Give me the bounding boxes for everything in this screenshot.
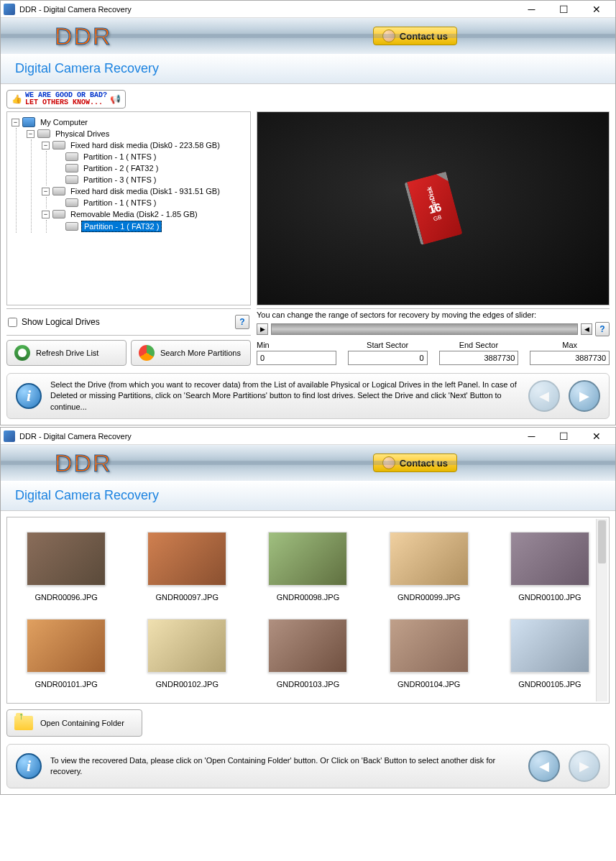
info-text: To view the recovered Data, please click… bbox=[50, 755, 520, 778]
window-title: DDR - Digital Camera Recovery bbox=[19, 5, 515, 14]
info-icon: i bbox=[16, 753, 42, 779]
thumbnail-image bbox=[147, 619, 226, 673]
maximize-button[interactable]: ☐ bbox=[548, 428, 580, 444]
help-button[interactable]: ? bbox=[235, 315, 249, 329]
drive-icon bbox=[65, 175, 78, 184]
start-sector-label: Start Sector bbox=[348, 341, 428, 349]
thumbnail-item[interactable]: GNDR00101.JPG bbox=[16, 619, 116, 689]
thumbnail-filename: GNDR00105.JPG bbox=[500, 680, 600, 689]
thumbnail-image bbox=[510, 532, 589, 586]
refresh-drive-list-button[interactable]: Refresh Drive List bbox=[6, 340, 127, 366]
thumbnail-filename: GNDR00100.JPG bbox=[500, 593, 600, 602]
next-button[interactable]: ▶ bbox=[569, 380, 600, 412]
show-logical-drives-checkbox[interactable] bbox=[8, 318, 17, 327]
feedback-line2: LET OTHERS KNOW... bbox=[25, 99, 107, 106]
logo: DDR bbox=[55, 449, 112, 477]
thumbnail-item[interactable]: GNDR00100.JPG bbox=[500, 532, 600, 602]
tree-disk1[interactable]: Fixed hard disk media (Disk1 - 931.51 GB… bbox=[68, 186, 222, 196]
min-value bbox=[257, 351, 336, 365]
next-button[interactable]: ▶ bbox=[569, 750, 600, 782]
thumbnails-panel: GNDR00096.JPGGNDR00097.JPGGNDR00098.JPGG… bbox=[6, 517, 610, 704]
tree-partition[interactable]: Partition - 1 ( NTFS ) bbox=[81, 152, 158, 162]
thumbnail-filename: GNDR00097.JPG bbox=[137, 593, 237, 602]
slider-right-handle[interactable]: ◀ bbox=[581, 323, 592, 335]
open-folder-label: Open Containing Folder bbox=[40, 719, 124, 727]
drive-icon bbox=[37, 129, 50, 138]
info-icon: i bbox=[16, 383, 42, 409]
thumbnail-item[interactable]: GNDR00102.JPG bbox=[137, 619, 237, 689]
search-more-partitions-button[interactable]: Search More Partitions bbox=[131, 340, 251, 366]
contact-label: Contact us bbox=[400, 31, 448, 42]
contact-us-button[interactable]: Contact us bbox=[373, 27, 457, 45]
drive-icon bbox=[65, 222, 78, 231]
thumbnail-image bbox=[268, 532, 347, 586]
thumbnail-image bbox=[268, 619, 347, 673]
tree-toggle[interactable]: − bbox=[27, 130, 35, 138]
end-sector-input[interactable] bbox=[439, 351, 519, 365]
sub-banner: Digital Camera Recovery bbox=[1, 54, 615, 84]
max-value bbox=[530, 351, 610, 365]
drive-icon bbox=[52, 210, 65, 218]
minimize-button[interactable]: ─ bbox=[515, 428, 548, 444]
thumbnail-image bbox=[27, 532, 106, 586]
thumbnail-item[interactable]: GNDR00098.JPG bbox=[257, 532, 358, 602]
drive-tree[interactable]: − My Computer − Physical Drives bbox=[6, 111, 251, 305]
minimize-button[interactable]: ─ bbox=[515, 1, 548, 17]
titlebar[interactable]: DDR - Digital Camera Recovery ─ ☐ ✕ bbox=[1, 428, 615, 445]
refresh-icon bbox=[14, 345, 30, 361]
slider-left-handle[interactable]: ▶ bbox=[257, 323, 268, 335]
back-button[interactable]: ◀ bbox=[528, 380, 560, 412]
refresh-label: Refresh Drive List bbox=[36, 349, 98, 357]
tree-partition[interactable]: Partition - 3 ( NTFS ) bbox=[81, 175, 158, 185]
thumbnail-image bbox=[147, 532, 226, 586]
thumbnail-item[interactable]: GNDR00105.JPG bbox=[500, 619, 600, 689]
tree-toggle[interactable]: − bbox=[12, 119, 19, 126]
app-icon bbox=[4, 430, 15, 442]
tree-partition[interactable]: Partition - 1 ( NTFS ) bbox=[81, 198, 158, 208]
scrollbar-thumb[interactable] bbox=[598, 520, 606, 563]
tree-disk2[interactable]: Removable Media (Disk2 - 1.85 GB) bbox=[68, 209, 200, 219]
subtitle: Digital Camera Recovery bbox=[15, 488, 159, 503]
megaphone-icon: 📢 bbox=[110, 94, 121, 104]
tree-toggle[interactable]: − bbox=[42, 142, 50, 149]
help-button[interactable]: ? bbox=[595, 322, 610, 336]
drive-icon bbox=[65, 164, 78, 172]
tree-my-computer[interactable]: My Computer bbox=[38, 117, 90, 127]
thumbnail-item[interactable]: GNDR00099.JPG bbox=[379, 532, 479, 602]
contact-us-button[interactable]: Contact us bbox=[373, 453, 457, 472]
scrollbar[interactable] bbox=[596, 519, 607, 701]
thumbnail-item[interactable]: GNDR00097.JPG bbox=[137, 532, 237, 602]
feedback-button[interactable]: 👍 WE ARE GOOD OR BAD? LET OTHERS KNOW...… bbox=[6, 90, 126, 109]
header-banner: DDR Contact us bbox=[1, 445, 615, 481]
window-title: DDR - Digital Camera Recovery bbox=[19, 432, 515, 441]
tree-partition-selected[interactable]: Partition - 1 ( FAT32 ) bbox=[81, 221, 162, 232]
tree-toggle[interactable]: − bbox=[42, 188, 50, 195]
thumbnail-image bbox=[390, 532, 469, 586]
sector-slider[interactable] bbox=[271, 323, 578, 335]
thumbnail-item[interactable]: GNDR00104.JPG bbox=[379, 619, 479, 689]
drive-icon bbox=[52, 141, 65, 149]
titlebar[interactable]: DDR - Digital Camera Recovery ─ ☐ ✕ bbox=[1, 1, 615, 18]
tree-partition[interactable]: Partition - 2 ( FAT32 ) bbox=[81, 163, 160, 173]
show-logical-drives-label: Show Logical Drives bbox=[22, 317, 100, 327]
drive-icon bbox=[65, 198, 78, 207]
thumbnail-item[interactable]: GNDR00103.JPG bbox=[257, 619, 358, 689]
sub-banner: Digital Camera Recovery bbox=[1, 481, 615, 511]
search-label: Search More Partitions bbox=[160, 349, 241, 357]
start-sector-input[interactable] bbox=[348, 351, 428, 365]
thumbnail-item[interactable]: GNDR00096.JPG bbox=[16, 532, 116, 602]
tree-physical-drives[interactable]: Physical Drives bbox=[53, 129, 111, 139]
close-button[interactable]: ✕ bbox=[580, 428, 612, 444]
drive-icon bbox=[52, 187, 65, 195]
person-icon bbox=[382, 456, 395, 469]
tree-toggle[interactable]: − bbox=[42, 211, 50, 218]
back-button[interactable]: ◀ bbox=[528, 750, 560, 782]
maximize-button[interactable]: ☐ bbox=[548, 1, 580, 17]
window-drive-select: DDR - Digital Camera Recovery ─ ☐ ✕ DDR … bbox=[0, 0, 616, 425]
max-label: Max bbox=[530, 341, 610, 349]
tree-disk0[interactable]: Fixed hard disk media (Disk0 - 223.58 GB… bbox=[68, 140, 222, 150]
close-button[interactable]: ✕ bbox=[580, 1, 612, 17]
open-containing-folder-button[interactable]: ↑ Open Containing Folder bbox=[6, 709, 142, 737]
end-sector-label: End Sector bbox=[439, 341, 519, 349]
thumbnail-filename: GNDR00101.JPG bbox=[16, 680, 116, 689]
